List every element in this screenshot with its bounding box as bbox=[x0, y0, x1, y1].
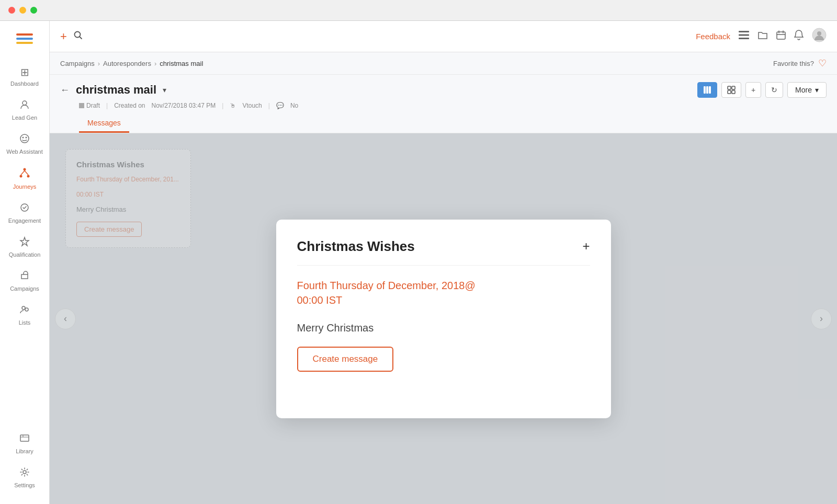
refresh-icon: ↻ bbox=[771, 86, 777, 94]
svg-point-15 bbox=[23, 471, 26, 474]
breadcrumb-campaigns[interactable]: Campaigns bbox=[60, 60, 95, 67]
sidebar-label-webassistant: Web Assistant bbox=[6, 148, 43, 155]
svg-rect-25 bbox=[709, 86, 711, 94]
modal-date-line1: Fourth Thursday of December, 2018@ bbox=[297, 278, 590, 293]
sidebar-item-dashboard[interactable]: ⊞ Dashboard bbox=[0, 61, 49, 92]
svg-point-5 bbox=[22, 137, 24, 139]
svg-rect-19 bbox=[739, 38, 749, 39]
favorite-label: Favorite this? bbox=[773, 60, 814, 67]
add-button[interactable]: + bbox=[60, 30, 67, 43]
folder-icon[interactable] bbox=[757, 30, 768, 42]
favorite-area: Favorite this? ♡ bbox=[773, 58, 827, 69]
engagement-icon bbox=[19, 202, 30, 215]
campaign-title-area: ← christmas mail ▾ bbox=[60, 83, 166, 97]
grid-view-button[interactable] bbox=[697, 82, 717, 98]
modal-header: Christmas Wishes + bbox=[297, 238, 590, 266]
modal-overlay[interactable]: Christmas Wishes + Fourth Thursday of De… bbox=[50, 133, 837, 504]
top-bar: + Feedback bbox=[50, 21, 837, 52]
sidebar-item-webassistant[interactable]: Web Assistant bbox=[0, 128, 49, 160]
minimize-btn[interactable] bbox=[19, 7, 26, 14]
top-bar-left: + bbox=[60, 30, 83, 43]
campaigns-icon bbox=[19, 270, 30, 283]
svg-point-3 bbox=[22, 101, 27, 105]
sidebar-label-dashboard: Dashboard bbox=[10, 81, 39, 87]
library-icon bbox=[19, 433, 30, 446]
modal-add-icon[interactable]: + bbox=[582, 239, 590, 254]
back-button[interactable]: ← bbox=[60, 85, 70, 96]
sidebar-item-library[interactable]: Library bbox=[0, 428, 49, 460]
svg-line-10 bbox=[21, 171, 25, 175]
sidebar-item-campaigns[interactable]: Campaigns bbox=[0, 265, 49, 297]
svg-point-6 bbox=[26, 137, 27, 139]
svg-point-7 bbox=[24, 168, 26, 171]
bell-icon[interactable] bbox=[794, 30, 804, 43]
modal-date: Fourth Thursday of December, 2018@ 00:00… bbox=[297, 278, 590, 307]
campaign-header: ← christmas mail ▾ bbox=[50, 75, 837, 133]
sidebar-label-library: Library bbox=[16, 448, 33, 454]
svg-point-22 bbox=[817, 31, 821, 36]
svg-rect-2 bbox=[16, 42, 33, 44]
no-label: No bbox=[290, 102, 298, 109]
title-dropdown-icon[interactable]: ▾ bbox=[163, 86, 166, 94]
svg-point-9 bbox=[27, 175, 30, 178]
breadcrumb-autoresponders[interactable]: Autoresponders bbox=[103, 60, 151, 67]
modal-date-line2: 00:00 IST bbox=[297, 293, 590, 307]
sidebar-label-leadgen: Lead Gen bbox=[12, 114, 37, 121]
content-area: Campaigns › Autoresponders › christmas m… bbox=[50, 52, 837, 504]
calendar-view-button[interactable] bbox=[721, 82, 741, 98]
svg-rect-0 bbox=[16, 33, 33, 36]
more-button[interactable]: More ▾ bbox=[787, 82, 827, 98]
sidebar-item-qualification[interactable]: Qualification bbox=[0, 231, 49, 263]
add-message-button[interactable]: + bbox=[745, 82, 761, 98]
sidebar-item-leadgen[interactable]: Lead Gen bbox=[0, 94, 49, 126]
campaign-header-top: ← christmas mail ▾ bbox=[60, 82, 827, 98]
sidebar-label-engagement: Engagement bbox=[8, 217, 41, 224]
modal-card: Christmas Wishes + Fourth Thursday of De… bbox=[276, 220, 611, 418]
svg-rect-20 bbox=[777, 32, 785, 39]
created-date: Nov/27/2018 03:47 PM bbox=[152, 102, 216, 109]
breadcrumb-current: christmas mail bbox=[160, 60, 203, 67]
sidebar: ⊞ Dashboard Lead Gen Web Assista bbox=[0, 21, 50, 504]
svg-rect-29 bbox=[732, 90, 735, 94]
campaign-meta: Draft | Created on Nov/27/2018 03:47 PM … bbox=[79, 102, 827, 109]
more-label: More bbox=[795, 86, 812, 94]
sidebar-item-journeys[interactable]: Journeys bbox=[0, 162, 49, 195]
webassistant-icon bbox=[19, 133, 30, 146]
sidebar-label-lists: Lists bbox=[19, 319, 31, 326]
more-dropdown-icon: ▾ bbox=[815, 86, 819, 94]
close-btn[interactable] bbox=[8, 7, 15, 14]
favorite-icon[interactable]: ♡ bbox=[818, 58, 827, 69]
svg-rect-14 bbox=[20, 435, 29, 441]
sidebar-label-campaigns: Campaigns bbox=[10, 285, 39, 292]
search-button[interactable] bbox=[73, 30, 83, 42]
modal-create-button[interactable]: Create message bbox=[297, 347, 394, 372]
calendar-icon[interactable] bbox=[776, 30, 786, 42]
app-logo bbox=[15, 29, 34, 50]
svg-rect-28 bbox=[728, 90, 731, 94]
campaign-title: christmas mail bbox=[76, 83, 156, 97]
sidebar-label-journeys: Journeys bbox=[13, 184, 37, 190]
no-icon: 💬 bbox=[276, 102, 284, 109]
sidebar-item-settings[interactable]: Settings bbox=[0, 462, 49, 494]
vtouch-label: Vtouch bbox=[242, 102, 262, 109]
tab-messages[interactable]: Messages bbox=[79, 114, 129, 133]
user-avatar[interactable] bbox=[812, 28, 827, 45]
modal-title: Christmas Wishes bbox=[297, 238, 415, 255]
svg-rect-18 bbox=[739, 35, 749, 36]
svg-point-4 bbox=[20, 134, 29, 143]
svg-rect-17 bbox=[739, 31, 749, 32]
window-chrome bbox=[0, 0, 837, 21]
maximize-btn[interactable] bbox=[30, 7, 37, 14]
svg-line-11 bbox=[25, 171, 28, 175]
feedback-link[interactable]: Feedback bbox=[696, 32, 730, 41]
svg-point-12 bbox=[22, 306, 25, 310]
list-view-icon[interactable] bbox=[739, 31, 749, 42]
refresh-button[interactable]: ↻ bbox=[765, 82, 783, 98]
status-label: Draft bbox=[86, 102, 100, 109]
modal-subject: Merry Christmas bbox=[297, 322, 590, 334]
sidebar-item-engagement[interactable]: Engagement bbox=[0, 197, 49, 229]
sidebar-item-lists[interactable]: Lists bbox=[0, 299, 49, 331]
status-draft: Draft bbox=[79, 102, 100, 109]
toolbar-right: + ↻ More ▾ bbox=[697, 82, 827, 98]
settings-icon bbox=[19, 467, 30, 480]
